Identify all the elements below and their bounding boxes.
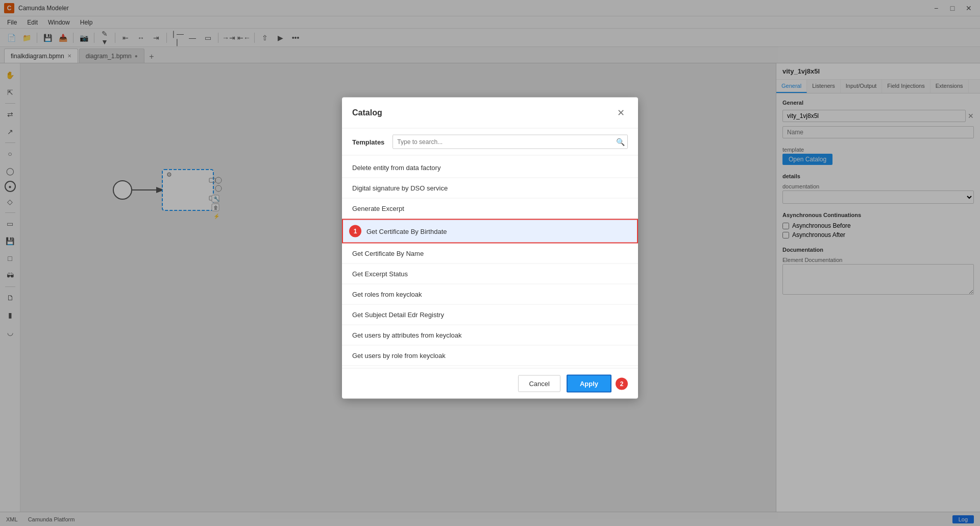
catalog-dialog: Catalog ✕ Templates 🔍 Delete entity from… xyxy=(342,98,638,399)
catalog-search-input[interactable] xyxy=(393,135,628,149)
catalog-item-6[interactable]: Get roles from keycloak xyxy=(342,284,638,305)
catalog-item-4[interactable]: Get Certificate By Name xyxy=(342,244,638,264)
catalog-item-label-9: Get users by role from keycloak xyxy=(352,352,446,360)
apply-with-badge: Apply 2 xyxy=(567,375,628,393)
catalog-item-label-8: Get users by attributes from keycloak xyxy=(352,331,462,339)
catalog-item-8[interactable]: Get users by attributes from keycloak xyxy=(342,325,638,346)
search-wrapper: 🔍 xyxy=(393,135,628,149)
dialog-title: Catalog xyxy=(352,108,382,117)
search-icon[interactable]: 🔍 xyxy=(616,138,625,146)
catalog-item-2[interactable]: Generate Excerpt xyxy=(342,199,638,219)
cancel-button[interactable]: Cancel xyxy=(518,375,560,392)
catalog-item-0[interactable]: Delete entity from data factory xyxy=(342,158,638,178)
catalog-list: Delete entity from data factory Digital … xyxy=(342,156,638,368)
dialog-close-button[interactable]: ✕ xyxy=(614,106,628,120)
catalog-item-label-4: Get Certificate By Name xyxy=(352,250,424,257)
catalog-item-label-5: Get Excerpt Status xyxy=(352,270,408,278)
catalog-item-label-3: Get Certificate By Birthdate xyxy=(366,227,447,235)
step1-badge: 1 xyxy=(349,225,361,237)
templates-label: Templates xyxy=(352,138,384,146)
catalog-item-label-0: Delete entity from data factory xyxy=(352,164,440,172)
apply-button[interactable]: Apply xyxy=(567,375,611,393)
dialog-search-area: Templates 🔍 xyxy=(342,129,638,156)
catalog-item-label-1: Digital signature by DSO service xyxy=(352,184,448,192)
catalog-item-1[interactable]: Digital signature by DSO service xyxy=(342,178,638,199)
catalog-item-label-7: Get Subject Detail Edr Registry xyxy=(352,311,444,319)
catalog-item-label-6: Get roles from keycloak xyxy=(352,291,422,298)
catalog-item-7[interactable]: Get Subject Detail Edr Registry xyxy=(342,305,638,325)
catalog-item-9[interactable]: Get users by role from keycloak xyxy=(342,346,638,366)
catalog-item-5[interactable]: Get Excerpt Status xyxy=(342,264,638,284)
dialog-footer: Cancel Apply 2 xyxy=(342,368,638,399)
dialog-header: Catalog ✕ xyxy=(342,98,638,129)
catalog-item-3[interactable]: 1 Get Certificate By Birthdate xyxy=(342,219,638,244)
step2-badge: 2 xyxy=(616,377,628,390)
catalog-item-label-2: Generate Excerpt xyxy=(352,205,404,212)
